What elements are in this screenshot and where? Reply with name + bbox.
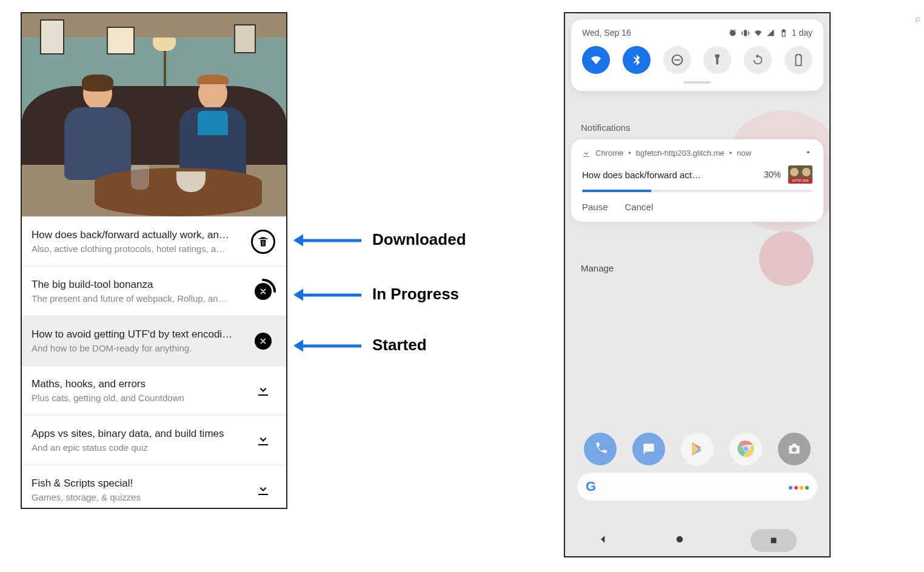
svg-point-3 xyxy=(744,447,748,451)
arrow-icon xyxy=(296,239,361,242)
episode-subtitle: And how to be DOM-ready for anything. xyxy=(32,343,243,353)
svg-rect-6 xyxy=(771,538,777,544)
annotation-started: Started xyxy=(296,337,502,355)
episode-list: How does back/forward actually work, an…… xyxy=(22,216,286,509)
camera-app-icon[interactable] xyxy=(778,433,811,465)
android-device: G Wed, Sep 16 1 day xyxy=(564,12,831,557)
phone-app-icon[interactable] xyxy=(584,433,617,465)
google-search-bar[interactable]: G xyxy=(577,473,817,501)
alarm-icon xyxy=(728,28,737,38)
signal-icon xyxy=(766,28,775,38)
battery-icon xyxy=(779,28,788,38)
annotation-in-progress: In Progress xyxy=(296,286,502,304)
wifi-icon xyxy=(754,28,763,38)
nav-back-button[interactable] xyxy=(598,534,609,547)
manage-notifications-button[interactable]: Manage xyxy=(581,263,614,273)
quick-settings-panel: Wed, Sep 16 1 day xyxy=(571,19,823,91)
episode-title: Fish & Scripts special! xyxy=(32,477,243,490)
vibrate-icon xyxy=(741,28,750,38)
annotation-label: Downloaded xyxy=(372,230,466,249)
download-button[interactable] xyxy=(250,427,276,454)
progress-arc-icon xyxy=(250,278,276,305)
dot-separator: • xyxy=(729,148,732,158)
qs-wifi-toggle[interactable] xyxy=(582,46,610,74)
nav-recents-button[interactable] xyxy=(751,529,797,552)
arrow-icon xyxy=(296,294,361,297)
notification-title: How does back/forward act… xyxy=(582,170,757,180)
svg-rect-8 xyxy=(674,59,680,61)
episode-subtitle: Games, storage, & quizzes xyxy=(32,492,243,502)
notification-source: bgfetch-http203.glitch.me xyxy=(636,148,725,158)
episode-title: The big build-tool bonanza xyxy=(32,279,243,291)
episode-subtitle: And an epic status code quiz xyxy=(32,442,243,453)
cancel-download-button[interactable] xyxy=(250,328,276,354)
battery-text: 1 day xyxy=(792,28,812,38)
shade-handle[interactable] xyxy=(683,81,711,84)
list-item[interactable]: Maths, hooks, and errors Plus cats, gett… xyxy=(22,365,286,415)
notification-time: now xyxy=(737,148,751,158)
episode-title: How does back/forward actually work, an… xyxy=(32,229,243,241)
qs-rotate-toggle[interactable] xyxy=(744,46,772,74)
qs-flashlight-toggle[interactable] xyxy=(703,46,731,74)
status-date: Wed, Sep 16 xyxy=(582,28,631,38)
qs-dnd-toggle[interactable] xyxy=(663,46,691,74)
home-dock xyxy=(565,433,829,465)
download-button[interactable] xyxy=(250,377,276,404)
notification-cancel-button[interactable]: Cancel xyxy=(625,202,654,212)
list-item[interactable]: Apps vs sites, binary data, and build ti… xyxy=(22,415,286,465)
download-progress-bar xyxy=(582,190,812,192)
list-item[interactable]: The big build-tool bonanza The present a… xyxy=(22,266,286,316)
arrow-icon xyxy=(296,345,361,348)
svg-point-5 xyxy=(677,536,683,543)
list-item[interactable]: How to avoid getting UTF'd by text encod… xyxy=(22,316,286,365)
nav-home-button[interactable] xyxy=(674,534,685,547)
notifications-header: Notifications xyxy=(581,122,631,133)
annotation-label: In Progress xyxy=(372,285,459,304)
system-nav-bar xyxy=(565,525,829,556)
annotation-label: Started xyxy=(372,336,427,354)
annotation-downloaded: Downloaded xyxy=(296,231,502,250)
download-icon xyxy=(256,432,270,449)
episode-title: How to avoid getting UTF'd by text encod… xyxy=(32,328,243,341)
delete-download-button[interactable] xyxy=(250,228,276,255)
list-item[interactable]: How does back/forward actually work, an…… xyxy=(22,216,286,266)
notification-thumbnail: HTTP 203 xyxy=(788,165,812,184)
dot-separator: • xyxy=(628,148,631,158)
svg-point-4 xyxy=(792,447,797,452)
download-progress-fill xyxy=(582,190,651,192)
episode-subtitle: Plus cats, getting old, and Countdown xyxy=(32,393,243,403)
notification-pause-button[interactable]: Pause xyxy=(582,202,608,212)
qs-battery-saver-toggle[interactable] xyxy=(785,46,812,74)
chrome-app-icon[interactable] xyxy=(729,433,762,465)
download-icon xyxy=(256,382,270,399)
download-button[interactable] xyxy=(250,477,276,504)
qs-bluetooth-toggle[interactable] xyxy=(623,46,651,74)
episode-subtitle: Also, active clothing protocols, hotel r… xyxy=(32,244,243,254)
podcast-app-device: How does back/forward actually work, an…… xyxy=(21,12,287,509)
assistant-icon xyxy=(787,481,809,492)
google-logo-icon: G xyxy=(586,479,596,494)
page-marker: P xyxy=(915,16,920,25)
episode-title: Maths, hooks, and errors xyxy=(32,378,243,390)
status-icons: 1 day xyxy=(728,28,812,38)
wallpaper-shape xyxy=(759,231,814,286)
download-icon xyxy=(582,149,591,158)
messages-app-icon[interactable] xyxy=(632,433,665,465)
notification-card[interactable]: Chrome • bgfetch-http203.glitch.me • now… xyxy=(571,139,823,222)
list-item[interactable]: Fish & Scripts special! Games, storage, … xyxy=(22,465,286,509)
cancel-icon xyxy=(255,333,272,350)
episode-hero-image xyxy=(22,13,286,216)
collapse-button[interactable] xyxy=(804,148,812,158)
play-store-app-icon[interactable] xyxy=(681,433,714,465)
download-icon xyxy=(256,482,270,499)
episode-title: Apps vs sites, binary data, and build ti… xyxy=(32,428,243,440)
episode-subtitle: The present and future of webpack, Rollu… xyxy=(32,293,243,304)
cancel-download-button[interactable] xyxy=(250,278,276,305)
notification-percent: 30% xyxy=(764,170,781,179)
notification-app-name: Chrome xyxy=(595,148,623,158)
trash-icon xyxy=(251,230,275,254)
